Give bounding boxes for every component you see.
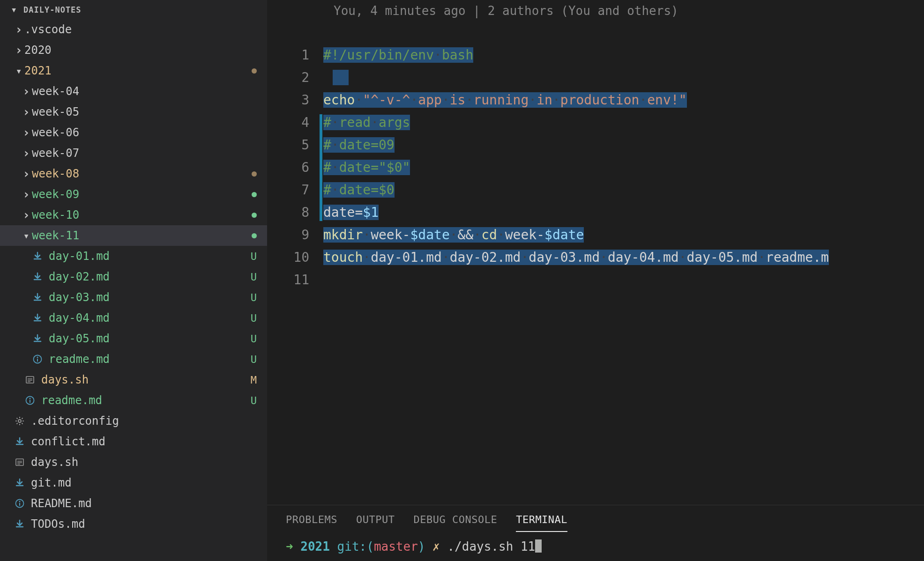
chevron-right-icon	[21, 105, 32, 119]
folder-week-08[interactable]: week-08	[0, 163, 267, 184]
svg-rect-19	[16, 459, 23, 465]
tree-item-label: week-07	[32, 147, 257, 160]
prompt-arrow-icon: ➜	[286, 539, 293, 554]
code-line-6[interactable]: #·date="$0"	[323, 156, 829, 179]
tree-item-label: TODOs.md	[31, 517, 257, 531]
tree-item-label: day-03.md	[49, 291, 251, 304]
code-line-5[interactable]: #·date=09	[323, 134, 829, 156]
tree-item-label: week-06	[32, 126, 257, 139]
svg-point-8	[30, 398, 31, 399]
code-line-1[interactable]: #!/usr/bin/env·bash	[323, 44, 829, 66]
chevron-right-icon	[21, 146, 32, 160]
folder-week-04[interactable]: week-04	[0, 81, 267, 102]
info-icon	[32, 354, 43, 365]
file-conflict-md[interactable]: conflict.md	[0, 431, 267, 452]
line-number[interactable]: 2	[267, 66, 323, 89]
chevron-right-icon	[21, 125, 32, 140]
chevron-down-icon	[13, 65, 24, 77]
panel-tab-problems[interactable]: PROBLEMS	[286, 514, 337, 532]
code-line-4[interactable]: #·read·args	[323, 111, 829, 134]
tree-item-label: day-01.md	[49, 250, 251, 263]
line-number[interactable]: 11	[267, 269, 323, 291]
svg-point-24	[19, 501, 21, 502]
sh-icon	[24, 374, 36, 385]
md-arrow-icon	[32, 333, 43, 344]
code-line-7[interactable]: #·date=$0	[323, 179, 829, 201]
svg-rect-9	[30, 400, 30, 403]
file-day-04-md[interactable]: day-04.mdU	[0, 308, 267, 328]
prompt-path: 2021	[300, 539, 330, 554]
editor-body[interactable]: 1234567891011 #!/usr/bin/env·bash echo·"…	[267, 23, 924, 505]
modified-dot-icon	[252, 68, 257, 74]
folder-week-07[interactable]: week-07	[0, 143, 267, 163]
folder-week-10[interactable]: week-10	[0, 205, 267, 225]
tree-item-label: README.md	[31, 497, 257, 510]
status-untracked: U	[251, 354, 257, 365]
tree-item-label: week-05	[32, 105, 257, 118]
status-untracked: U	[251, 271, 257, 283]
md-arrow-icon	[32, 292, 43, 303]
prompt-git-close: )	[418, 539, 425, 554]
file-day-05-md[interactable]: day-05.mdU	[0, 328, 267, 349]
terminal-command: ./days.sh 11	[447, 539, 535, 554]
file-readme-md[interactable]: readme.mdU	[0, 349, 267, 369]
file-day-01-md[interactable]: day-01.mdU	[0, 246, 267, 266]
folder-week-09[interactable]: week-09	[0, 184, 267, 205]
modified-dot-icon	[252, 171, 257, 177]
sidebar-header[interactable]: DAILY-NOTES	[0, 0, 267, 19]
status-untracked: U	[251, 333, 257, 345]
chevron-right-icon	[21, 187, 32, 201]
code-line-8[interactable]: date=$1	[323, 201, 829, 224]
folder-week-06[interactable]: week-06	[0, 122, 267, 143]
code-line-10[interactable]: touch·day-01.md·day-02.md·day-03.md·day-…	[323, 246, 829, 269]
panel-tab-terminal[interactable]: TERMINAL	[516, 514, 567, 532]
line-number[interactable]: 8	[267, 201, 323, 224]
folder-2021[interactable]: 2021	[0, 60, 267, 81]
md-arrow-icon	[32, 251, 43, 262]
folder--vscode[interactable]: .vscode	[0, 19, 267, 40]
line-number[interactable]: 7	[267, 179, 323, 201]
terminal[interactable]: ➜ 2021 git:(master) ✗ ./days.sh 11	[267, 532, 924, 561]
untracked-dot-icon	[252, 213, 257, 218]
file-days-sh[interactable]: days.shM	[0, 369, 267, 390]
file-git-md[interactable]: git.md	[0, 472, 267, 493]
code-line-2[interactable]	[323, 66, 829, 89]
svg-rect-2	[37, 359, 38, 362]
tree-item-label: days.sh	[31, 456, 257, 469]
file-day-03-md[interactable]: day-03.mdU	[0, 287, 267, 308]
tree-item-label: .editorconfig	[31, 414, 257, 428]
folder-week-05[interactable]: week-05	[0, 102, 267, 122]
file--editorconfig[interactable]: .editorconfig	[0, 411, 267, 431]
file-README-md[interactable]: README.md	[0, 493, 267, 514]
line-number[interactable]: 9	[267, 224, 323, 246]
line-number[interactable]: 5	[267, 134, 323, 156]
panel-tab-output[interactable]: OUTPUT	[356, 514, 395, 532]
file-readme-md[interactable]: readme.mdU	[0, 390, 267, 411]
code-line-9[interactable]: mkdir·week-$date·&&·cd·week-$date	[323, 224, 829, 246]
bottom-panel: PROBLEMSOUTPUTDEBUG CONSOLETERMINAL ➜ 20…	[267, 505, 924, 561]
svg-line-16	[22, 423, 23, 424]
code-line-3[interactable]: echo·"^-v-^·app·is·running·in·production…	[323, 89, 829, 111]
status-untracked: U	[251, 251, 257, 262]
panel-tab-debug-console[interactable]: DEBUG CONSOLE	[413, 514, 497, 532]
line-number[interactable]: 10	[267, 246, 323, 269]
svg-point-10	[18, 420, 21, 422]
file-explorer-sidebar: DAILY-NOTES .vscode20202021week-04week-0…	[0, 0, 267, 561]
folder-week-11[interactable]: week-11	[0, 225, 267, 246]
line-number[interactable]: 6	[267, 156, 323, 179]
info-icon	[14, 498, 25, 509]
file-TODOs-md[interactable]: TODOs.md	[0, 514, 267, 534]
file-day-02-md[interactable]: day-02.mdU	[0, 266, 267, 287]
code-area[interactable]: #!/usr/bin/env·bash echo·"^-v-^·app·is·r…	[323, 23, 829, 505]
chevron-right-icon	[13, 22, 24, 37]
sh-icon	[14, 457, 25, 468]
status-untracked: U	[251, 312, 257, 324]
line-number[interactable]: 4	[267, 111, 323, 134]
line-number[interactable]: 1	[267, 44, 323, 66]
file-days-sh[interactable]: days.sh	[0, 452, 267, 472]
line-number-gutter[interactable]: 1234567891011	[267, 23, 323, 505]
line-number[interactable]: 3	[267, 89, 323, 111]
tree-item-label: week-10	[32, 208, 252, 221]
tree-item-label: week-11	[32, 229, 252, 242]
folder-2020[interactable]: 2020	[0, 40, 267, 60]
